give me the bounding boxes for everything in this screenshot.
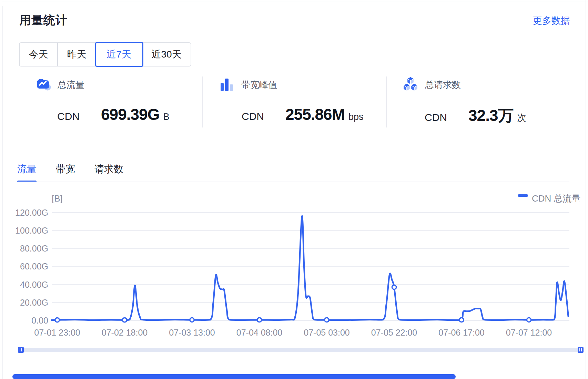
- datazoom-left-handle[interactable]: [18, 347, 24, 353]
- stat-card-1: 带宽峰值CDN255.86Mbps: [220, 78, 277, 92]
- x-tick-label: 07-03 13:00: [169, 328, 215, 337]
- card-top-border: [2, 1, 588, 1]
- series-point-marker: [257, 318, 261, 322]
- x-tick-label: 07-02 18:00: [102, 328, 148, 337]
- stat-value: 699.39G: [101, 105, 159, 124]
- traffic-line-chart: 0.0020.00G40.00G60.00G80.00G100.00G120.0…: [0, 186, 588, 348]
- stat-card-2: 总请求数CDN32.3万次: [403, 78, 461, 92]
- range-tab-last7days[interactable]: 近7天: [96, 43, 142, 66]
- tabs-divider: [17, 182, 569, 182]
- series-point-marker: [325, 318, 329, 322]
- legend-series-label: CDN 总流量: [532, 193, 581, 204]
- metric-tab-traffic[interactable]: 流量: [17, 163, 37, 176]
- stat-unit: bps: [348, 112, 364, 122]
- x-tick-label: 07-06 17:00: [438, 328, 484, 337]
- page-title: 用量统计: [19, 12, 68, 28]
- chart-y-axis-labels: 0.0020.00G40.00G60.00G80.00G100.00G120.0…: [15, 208, 48, 325]
- x-tick-label: 07-01 23:00: [34, 328, 80, 337]
- stat-card-0: 总流量CDN699.39GB: [35, 78, 84, 92]
- stat-unit: 次: [517, 112, 527, 124]
- series-point-marker: [55, 318, 59, 322]
- stat-product-name: CDN: [242, 111, 285, 122]
- y-tick-label: 80.00G: [20, 244, 48, 253]
- bandwidth-bars-icon: [220, 76, 235, 93]
- y-tick-label: 120.00G: [15, 208, 48, 217]
- legend-line-swatch: [518, 194, 528, 197]
- stat-value: 32.3万: [468, 105, 514, 126]
- datazoom-track[interactable]: [20, 348, 582, 352]
- request-cubes-icon: [403, 76, 418, 93]
- y-tick-label: 20.00G: [20, 298, 48, 307]
- stat-unit: B: [163, 112, 169, 122]
- x-tick-label: 07-05 03:00: [304, 328, 349, 337]
- stat-divider: [202, 76, 203, 127]
- traffic-series-line: [52, 216, 568, 320]
- chart-legend[interactable]: CDN 总流量: [518, 193, 581, 204]
- stat-value: 255.86M: [285, 105, 345, 124]
- series-point-marker: [527, 318, 531, 322]
- metric-tab-bandwidth[interactable]: 带宽: [56, 163, 75, 176]
- metric-tab-requests[interactable]: 请求数: [94, 163, 123, 176]
- y-tick-label: 60.00G: [20, 262, 48, 271]
- chart-x-axis-labels: 07-01 23:0007-02 18:0007-03 13:0007-04 0…: [34, 328, 552, 337]
- series-point-marker: [122, 318, 126, 322]
- stat-label: 总请求数: [425, 79, 461, 91]
- series-point-marker: [190, 318, 194, 322]
- y-tick-label: 40.00G: [20, 280, 48, 289]
- x-tick-label: 07-07 12:00: [506, 328, 552, 337]
- cloud-traffic-icon: [35, 77, 51, 92]
- y-tick-label: 100.00G: [15, 226, 48, 235]
- stat-product-name: CDN: [57, 111, 101, 122]
- x-tick-label: 07-05 22:00: [371, 328, 417, 337]
- stat-label: 带宽峰值: [241, 79, 277, 91]
- range-tab-last30days[interactable]: 近30天: [142, 43, 191, 66]
- range-tab-yesterday[interactable]: 昨天: [58, 43, 96, 66]
- date-range-tabs: 今天昨天近7天近30天: [19, 42, 191, 66]
- stat-product-name: CDN: [425, 112, 468, 123]
- horizontal-scrollbar-thumb[interactable]: [12, 374, 456, 379]
- stat-label: 总流量: [58, 79, 84, 91]
- series-point-marker: [459, 318, 464, 322]
- y-tick-label: 0.00: [31, 316, 48, 325]
- stat-divider: [386, 76, 387, 127]
- range-tab-today[interactable]: 今天: [20, 43, 58, 66]
- series-point-marker: [392, 285, 396, 289]
- usage-statistics-card: 用量统计 更多数据 今天昨天近7天近30天 总流量CDN699.39GB带宽峰值…: [0, 0, 588, 379]
- more-data-link[interactable]: 更多数据: [533, 14, 570, 27]
- metric-tabs: 流量带宽请求数: [17, 163, 123, 176]
- datazoom-right-handle[interactable]: [578, 347, 584, 353]
- series-point-markers: [55, 285, 531, 322]
- y-axis-unit-label: [B]: [52, 193, 63, 204]
- x-tick-label: 07-04 08:00: [236, 328, 282, 337]
